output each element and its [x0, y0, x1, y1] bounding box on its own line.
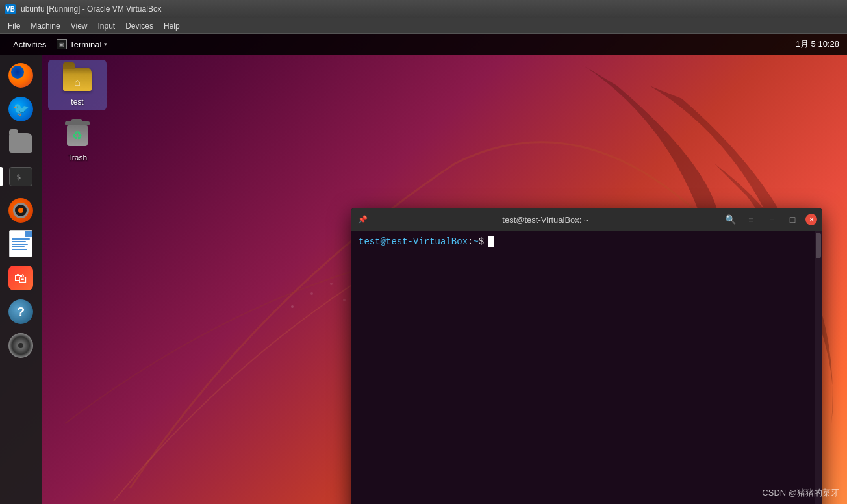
svg-point-3 [343, 299, 346, 301]
terminal-prompt-line: test@test-VirtualBox:~ $ [359, 236, 815, 247]
dock-item-software[interactable]: 🛍 [5, 262, 36, 294]
dock-item-rhythmbox[interactable] [5, 195, 36, 226]
trash-icon: ♻ [62, 120, 93, 151]
vbox-menu-devices[interactable]: Devices [120, 20, 158, 32]
csdn-watermark: CSDN @猪猪的菜牙 [762, 487, 839, 499]
svg-point-0 [291, 305, 294, 308]
vbox-menubar: File Machine View Input Devices Help [0, 18, 847, 34]
vbox-titlebar: VB ubuntu [Running] - Oracle VM VirtualB… [0, 0, 847, 18]
dock-item-thunderbird[interactable]: 🐦 [5, 94, 36, 125]
terminal-scrollbar-thumb[interactable] [816, 233, 821, 258]
desktop-icon-test-label: test [71, 97, 83, 107]
svg-point-2 [330, 283, 333, 285]
writer-icon [9, 230, 32, 258]
desktop-icon-trash-label: Trash [68, 153, 87, 162]
vbox-icon: VB [5, 4, 16, 14]
terminal-window: 📌 test@test-VirtualBox: ~ 🔍 ≡ − □ ✕ [351, 208, 822, 504]
terminal-app-icon: $_ [9, 167, 32, 186]
vbox-menu-view[interactable]: View [66, 20, 93, 32]
terminal-prompt-dir: ~ [473, 236, 478, 247]
virtualbox-window: VB ubuntu [Running] - Oracle VM VirtualB… [0, 0, 847, 504]
terminal-search-button[interactable]: 🔍 [722, 212, 738, 227]
help-icon: ? [8, 299, 33, 324]
appstore-icon: 🛍 [8, 266, 33, 290]
dock-item-firefox[interactable] [5, 60, 36, 91]
terminal-indicator-icon: ▣ [57, 39, 67, 49]
terminal-scrollbar[interactable] [815, 231, 822, 504]
terminal-indicator[interactable]: ▣ Terminal ▾ [51, 36, 112, 52]
terminal-pin-icon: 📌 [356, 213, 369, 226]
vbox-menu-machine[interactable]: Machine [25, 20, 65, 32]
terminal-min-icon: − [769, 214, 774, 225]
topbar-clock: 1月 5 10:28 [796, 38, 839, 50]
vbox-menu-file[interactable]: File [3, 20, 25, 32]
terminal-max-icon: □ [790, 214, 795, 225]
terminal-prompt-user: test@test-VirtualBox [359, 236, 468, 247]
terminal-search-icon: 🔍 [725, 214, 736, 225]
terminal-titlebar: 📌 test@test-VirtualBox: ~ 🔍 ≡ − □ ✕ [351, 208, 822, 231]
files-icon [9, 133, 32, 153]
terminal-cursor [488, 236, 494, 247]
terminal-prompt-separator: : [468, 236, 473, 247]
thunderbird-icon: 🐦 [8, 97, 33, 121]
dock-item-files[interactable] [5, 127, 36, 158]
terminal-menu-icon: ≡ [748, 214, 753, 225]
home-folder-icon: ⌂ [62, 64, 93, 95]
ubuntu-desktop: Activities ▣ Terminal ▾ 1月 5 10:28 🐦 [0, 34, 847, 504]
activities-button[interactable]: Activities [8, 37, 51, 52]
desktop-icons: ⌂ test ♻ Trash [48, 60, 107, 166]
terminal-indicator-arrow: ▾ [104, 41, 107, 47]
desktop-icon-test[interactable]: ⌂ test [48, 60, 107, 110]
svg-point-1 [310, 292, 313, 295]
rhythmbox-icon [8, 198, 33, 223]
dock-item-writer[interactable] [5, 229, 36, 260]
vbox-menu-input[interactable]: Input [93, 20, 121, 32]
terminal-menu-button[interactable]: ≡ [743, 212, 759, 227]
ubuntu-topbar: Activities ▣ Terminal ▾ 1月 5 10:28 [0, 34, 847, 55]
cd-icon [8, 333, 33, 358]
terminal-prompt-dollar: $ [479, 236, 484, 247]
vbox-menu-help[interactable]: Help [158, 20, 185, 32]
vbox-title: ubuntu [Running] - Oracle VM VirtualBox [21, 5, 842, 14]
dock-item-optical[interactable] [5, 330, 36, 361]
terminal-close-button[interactable]: ✕ [805, 214, 817, 225]
terminal-title: test@test-VirtualBox: ~ [374, 215, 717, 225]
desktop-icon-trash[interactable]: ♻ Trash [48, 116, 107, 166]
ubuntu-dock: 🐦 $_ [0, 55, 42, 504]
terminal-minimize-button[interactable]: − [764, 212, 779, 227]
dock-item-help[interactable]: ? [5, 296, 36, 327]
firefox-icon [8, 63, 33, 88]
terminal-indicator-label: Terminal [70, 40, 101, 49]
terminal-content[interactable]: test@test-VirtualBox:~ $ [351, 231, 822, 504]
dock-item-terminal[interactable]: $_ [5, 161, 36, 192]
terminal-maximize-button[interactable]: □ [785, 212, 800, 227]
terminal-close-icon: ✕ [809, 216, 815, 224]
